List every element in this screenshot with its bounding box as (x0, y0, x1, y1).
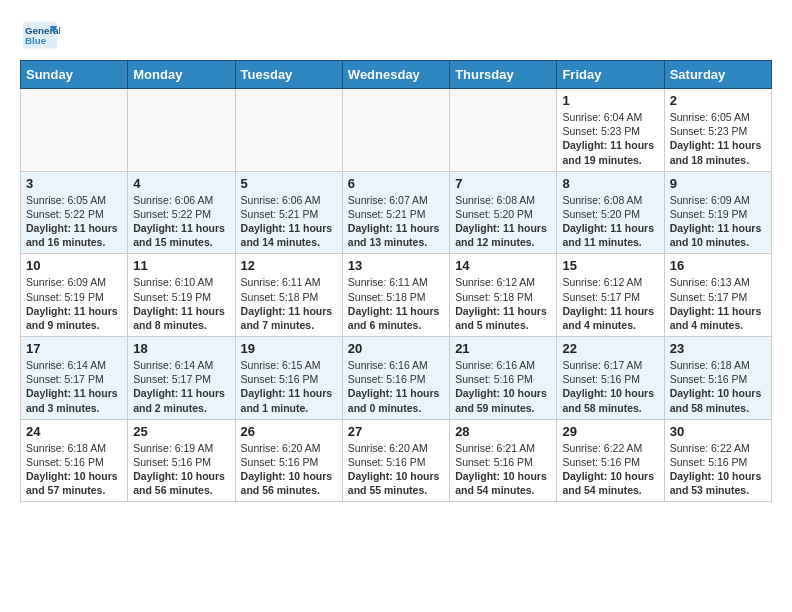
calendar-cell: 25Sunrise: 6:19 AMSunset: 5:16 PMDayligh… (128, 419, 235, 502)
page-header: General Blue (20, 20, 772, 50)
calendar-week-row: 17Sunrise: 6:14 AMSunset: 5:17 PMDayligh… (21, 337, 772, 420)
calendar-header-row: SundayMondayTuesdayWednesdayThursdayFrid… (21, 61, 772, 89)
day-number: 30 (670, 424, 766, 439)
day-number: 1 (562, 93, 658, 108)
day-number: 17 (26, 341, 122, 356)
calendar-cell: 3Sunrise: 6:05 AMSunset: 5:22 PMDaylight… (21, 171, 128, 254)
calendar-cell: 28Sunrise: 6:21 AMSunset: 5:16 PMDayligh… (450, 419, 557, 502)
weekday-header-friday: Friday (557, 61, 664, 89)
day-number: 22 (562, 341, 658, 356)
day-detail: Sunrise: 6:09 AMSunset: 5:19 PMDaylight:… (670, 193, 766, 250)
day-number: 3 (26, 176, 122, 191)
day-number: 27 (348, 424, 444, 439)
day-detail: Sunrise: 6:06 AMSunset: 5:22 PMDaylight:… (133, 193, 229, 250)
day-detail: Sunrise: 6:05 AMSunset: 5:22 PMDaylight:… (26, 193, 122, 250)
day-number: 25 (133, 424, 229, 439)
day-number: 7 (455, 176, 551, 191)
day-detail: Sunrise: 6:12 AMSunset: 5:17 PMDaylight:… (562, 275, 658, 332)
calendar-cell: 22Sunrise: 6:17 AMSunset: 5:16 PMDayligh… (557, 337, 664, 420)
day-number: 15 (562, 258, 658, 273)
calendar-week-row: 3Sunrise: 6:05 AMSunset: 5:22 PMDaylight… (21, 171, 772, 254)
weekday-header-thursday: Thursday (450, 61, 557, 89)
day-number: 18 (133, 341, 229, 356)
calendar-cell: 15Sunrise: 6:12 AMSunset: 5:17 PMDayligh… (557, 254, 664, 337)
day-detail: Sunrise: 6:10 AMSunset: 5:19 PMDaylight:… (133, 275, 229, 332)
day-detail: Sunrise: 6:20 AMSunset: 5:16 PMDaylight:… (241, 441, 337, 498)
calendar-cell: 14Sunrise: 6:12 AMSunset: 5:18 PMDayligh… (450, 254, 557, 337)
calendar-cell: 4Sunrise: 6:06 AMSunset: 5:22 PMDaylight… (128, 171, 235, 254)
calendar-cell: 1Sunrise: 6:04 AMSunset: 5:23 PMDaylight… (557, 89, 664, 172)
day-number: 14 (455, 258, 551, 273)
day-detail: Sunrise: 6:15 AMSunset: 5:16 PMDaylight:… (241, 358, 337, 415)
calendar-cell: 6Sunrise: 6:07 AMSunset: 5:21 PMDaylight… (342, 171, 449, 254)
day-detail: Sunrise: 6:12 AMSunset: 5:18 PMDaylight:… (455, 275, 551, 332)
calendar-week-row: 1Sunrise: 6:04 AMSunset: 5:23 PMDaylight… (21, 89, 772, 172)
calendar-cell: 27Sunrise: 6:20 AMSunset: 5:16 PMDayligh… (342, 419, 449, 502)
calendar-cell: 20Sunrise: 6:16 AMSunset: 5:16 PMDayligh… (342, 337, 449, 420)
day-detail: Sunrise: 6:16 AMSunset: 5:16 PMDaylight:… (455, 358, 551, 415)
day-detail: Sunrise: 6:22 AMSunset: 5:16 PMDaylight:… (562, 441, 658, 498)
day-detail: Sunrise: 6:20 AMSunset: 5:16 PMDaylight:… (348, 441, 444, 498)
day-number: 19 (241, 341, 337, 356)
calendar-cell: 19Sunrise: 6:15 AMSunset: 5:16 PMDayligh… (235, 337, 342, 420)
day-detail: Sunrise: 6:14 AMSunset: 5:17 PMDaylight:… (26, 358, 122, 415)
day-detail: Sunrise: 6:22 AMSunset: 5:16 PMDaylight:… (670, 441, 766, 498)
day-detail: Sunrise: 6:11 AMSunset: 5:18 PMDaylight:… (348, 275, 444, 332)
logo: General Blue (20, 20, 66, 50)
day-number: 12 (241, 258, 337, 273)
day-number: 4 (133, 176, 229, 191)
calendar-cell: 18Sunrise: 6:14 AMSunset: 5:17 PMDayligh… (128, 337, 235, 420)
day-detail: Sunrise: 6:06 AMSunset: 5:21 PMDaylight:… (241, 193, 337, 250)
day-detail: Sunrise: 6:17 AMSunset: 5:16 PMDaylight:… (562, 358, 658, 415)
calendar-cell: 23Sunrise: 6:18 AMSunset: 5:16 PMDayligh… (664, 337, 771, 420)
day-number: 24 (26, 424, 122, 439)
calendar-cell: 29Sunrise: 6:22 AMSunset: 5:16 PMDayligh… (557, 419, 664, 502)
day-number: 5 (241, 176, 337, 191)
day-number: 11 (133, 258, 229, 273)
calendar-table: SundayMondayTuesdayWednesdayThursdayFrid… (20, 60, 772, 502)
svg-text:Blue: Blue (25, 35, 47, 46)
calendar-cell: 9Sunrise: 6:09 AMSunset: 5:19 PMDaylight… (664, 171, 771, 254)
day-number: 8 (562, 176, 658, 191)
day-detail: Sunrise: 6:19 AMSunset: 5:16 PMDaylight:… (133, 441, 229, 498)
weekday-header-monday: Monday (128, 61, 235, 89)
day-number: 29 (562, 424, 658, 439)
day-detail: Sunrise: 6:05 AMSunset: 5:23 PMDaylight:… (670, 110, 766, 167)
day-detail: Sunrise: 6:18 AMSunset: 5:16 PMDaylight:… (670, 358, 766, 415)
calendar-week-row: 24Sunrise: 6:18 AMSunset: 5:16 PMDayligh… (21, 419, 772, 502)
day-detail: Sunrise: 6:16 AMSunset: 5:16 PMDaylight:… (348, 358, 444, 415)
calendar-cell: 21Sunrise: 6:16 AMSunset: 5:16 PMDayligh… (450, 337, 557, 420)
calendar-cell: 17Sunrise: 6:14 AMSunset: 5:17 PMDayligh… (21, 337, 128, 420)
day-number: 10 (26, 258, 122, 273)
calendar-cell: 16Sunrise: 6:13 AMSunset: 5:17 PMDayligh… (664, 254, 771, 337)
day-number: 9 (670, 176, 766, 191)
weekday-header-saturday: Saturday (664, 61, 771, 89)
day-number: 23 (670, 341, 766, 356)
calendar-cell (342, 89, 449, 172)
day-detail: Sunrise: 6:13 AMSunset: 5:17 PMDaylight:… (670, 275, 766, 332)
weekday-header-sunday: Sunday (21, 61, 128, 89)
calendar-cell (21, 89, 128, 172)
day-detail: Sunrise: 6:18 AMSunset: 5:16 PMDaylight:… (26, 441, 122, 498)
day-number: 16 (670, 258, 766, 273)
day-detail: Sunrise: 6:07 AMSunset: 5:21 PMDaylight:… (348, 193, 444, 250)
calendar-cell: 11Sunrise: 6:10 AMSunset: 5:19 PMDayligh… (128, 254, 235, 337)
calendar-cell: 12Sunrise: 6:11 AMSunset: 5:18 PMDayligh… (235, 254, 342, 337)
day-detail: Sunrise: 6:04 AMSunset: 5:23 PMDaylight:… (562, 110, 658, 167)
day-number: 28 (455, 424, 551, 439)
day-number: 26 (241, 424, 337, 439)
calendar-cell: 26Sunrise: 6:20 AMSunset: 5:16 PMDayligh… (235, 419, 342, 502)
day-detail: Sunrise: 6:08 AMSunset: 5:20 PMDaylight:… (562, 193, 658, 250)
day-number: 20 (348, 341, 444, 356)
calendar-cell (450, 89, 557, 172)
calendar-cell: 8Sunrise: 6:08 AMSunset: 5:20 PMDaylight… (557, 171, 664, 254)
day-number: 2 (670, 93, 766, 108)
day-number: 6 (348, 176, 444, 191)
calendar-cell: 13Sunrise: 6:11 AMSunset: 5:18 PMDayligh… (342, 254, 449, 337)
calendar-cell: 5Sunrise: 6:06 AMSunset: 5:21 PMDaylight… (235, 171, 342, 254)
day-detail: Sunrise: 6:08 AMSunset: 5:20 PMDaylight:… (455, 193, 551, 250)
calendar-cell: 30Sunrise: 6:22 AMSunset: 5:16 PMDayligh… (664, 419, 771, 502)
calendar-cell (128, 89, 235, 172)
day-detail: Sunrise: 6:21 AMSunset: 5:16 PMDaylight:… (455, 441, 551, 498)
weekday-header-wednesday: Wednesday (342, 61, 449, 89)
